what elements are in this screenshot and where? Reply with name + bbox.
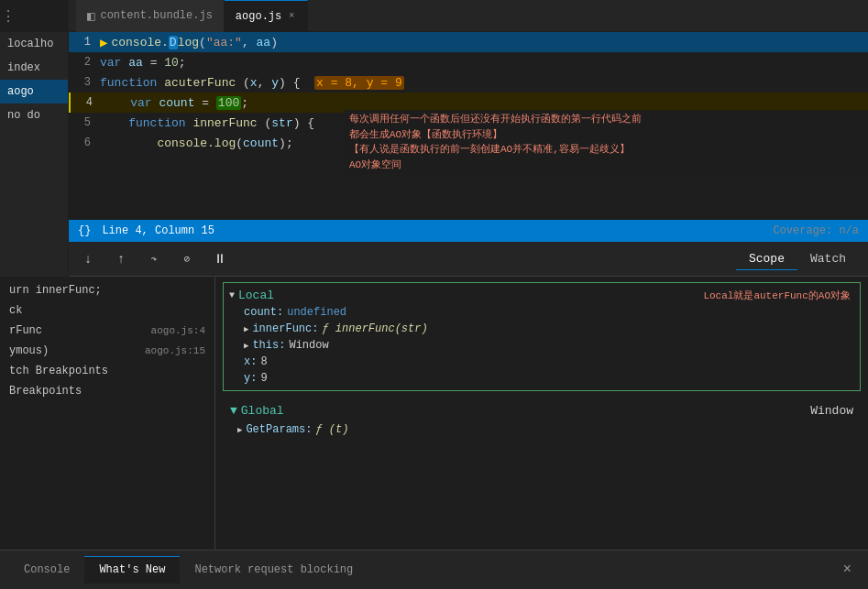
scope-local-title: Local: [238, 289, 274, 302]
bottom-tab-whats-new[interactable]: What's New: [84, 556, 180, 584]
scope-global-section: ▼ Global Window ▶ GetParams: ƒ (t): [215, 397, 868, 442]
file-icon: ◧: [87, 8, 94, 24]
line-content-1: console.Dlog("aa:", aa): [111, 36, 278, 49]
callstack-item-1[interactable]: ck: [0, 300, 214, 321]
close-button[interactable]: ×: [835, 558, 859, 582]
debug-tab-scope[interactable]: Scope: [736, 248, 797, 270]
scope-val-y: 9: [260, 372, 267, 385]
sidebar-item-localhost[interactable]: localho: [0, 32, 68, 56]
callstack-label-4: tch Breakpoints: [9, 365, 108, 377]
status-left: {} Line 4, Column 15: [78, 224, 214, 237]
line-number-1: 1: [72, 36, 100, 49]
debug-tabs: Scope Watch: [736, 248, 859, 270]
debug-btn-deactivate[interactable]: ⊘: [177, 249, 197, 269]
line-number-2: 2: [72, 56, 100, 69]
line-number-5: 5: [72, 116, 100, 129]
callstack-label-5: Breakpoints: [9, 385, 82, 398]
callstack-label-2: rFunc: [9, 324, 42, 337]
scope-key-count: count:: [244, 306, 283, 319]
code-line-3[interactable]: 3 function acuterFunc (x, y) { x = 8, y …: [69, 72, 868, 93]
debug-btn-up[interactable]: ↑: [111, 249, 131, 269]
tab-aogo[interactable]: aogo.js ×: [225, 0, 308, 32]
scope-key-getparams: GetParams:: [246, 423, 312, 436]
debug-btn-pause[interactable]: ⏸: [210, 249, 230, 269]
scope-val-this: Window: [289, 339, 328, 352]
status-bar: {} Line 4, Column 15 Coverage: n/a: [69, 220, 868, 242]
breakpoint-arrow: ▶: [100, 35, 107, 50]
tab-bar: ◧ content.bundle.js aogo.js ×: [69, 0, 868, 32]
callstack-item-5[interactable]: Breakpoints: [0, 381, 214, 401]
expand-icon-getparams: ▶: [237, 425, 242, 435]
line-number-4: 4: [74, 96, 102, 109]
line-content-2: var aa = 10;: [100, 56, 186, 70]
callstack-label-3: ymous): [9, 344, 49, 357]
scope-key-x: x:: [244, 355, 257, 368]
bottom-tab-console[interactable]: Console: [9, 556, 84, 584]
callstack-panel: urn innerFunc; ck rFunc aogo.js:4 ymous)…: [0, 277, 215, 550]
bottom-tab-network-blocking[interactable]: Network request blocking: [180, 556, 368, 584]
tab-close-aogo[interactable]: ×: [287, 9, 296, 23]
debug-tab-watch[interactable]: Watch: [797, 248, 859, 270]
annotation-line-2: 都会生成AO对象【函数执行环境】: [349, 127, 863, 143]
callstack-label-0: urn innerFunc;: [9, 284, 102, 297]
debug-btn-stepout[interactable]: ↷: [144, 249, 164, 269]
scope-entry-getparams[interactable]: ▶ GetParams: ƒ (t): [223, 421, 861, 438]
scope-entry-innerfunc[interactable]: ▶ innerFunc: ƒ innerFunc(str): [229, 321, 854, 337]
code-line-1[interactable]: 1 ▶ console.Dlog("aa:", aa): [69, 32, 868, 52]
tab-content-bundle[interactable]: ◧ content.bundle.js: [76, 0, 225, 32]
line-number-6: 6: [72, 136, 100, 149]
line-content-4: var count = 100;: [102, 96, 248, 110]
scope-local-annotation: Local就是auterFunc的AO对象: [703, 289, 851, 302]
line-content-6: console.log(count);: [100, 136, 293, 150]
scope-panel: ▼ Local Local就是auterFunc的AO对象 count: und…: [215, 277, 868, 550]
scope-global-value: Window: [810, 404, 853, 418]
vertical-dots[interactable]: ⋮: [0, 0, 16, 32]
debug-btn-down[interactable]: ↓: [78, 249, 98, 269]
code-editor: 1 ▶ console.Dlog("aa:", aa) 2 var aa = 1…: [69, 32, 868, 220]
sidebar-item-nodo[interactable]: no do: [0, 104, 68, 127]
scope-entry-this[interactable]: ▶ this: Window: [229, 337, 854, 354]
scope-local-section: ▼ Local Local就是auterFunc的AO对象 count: und…: [223, 282, 861, 391]
scope-global-header[interactable]: ▼ Global Window: [223, 400, 861, 421]
callstack-item-2[interactable]: rFunc aogo.js:4: [0, 321, 214, 341]
scope-key-innerfunc: innerFunc:: [252, 322, 318, 335]
debug-toolbar: ↓ ↑ ↷ ⊘ ⏸ Scope Watch: [69, 242, 868, 277]
line-number-3: 3: [72, 76, 100, 89]
line-content-3: function acuterFunc (x, y) { x = 8, y = …: [100, 76, 404, 90]
coverage-badge: Coverage: n/a: [773, 224, 859, 237]
triangle-global: ▼: [230, 404, 237, 418]
callstack-label-1: ck: [9, 304, 22, 317]
code-line-2[interactable]: 2 var aa = 10;: [69, 52, 868, 72]
triangle-local: ▼: [229, 290, 235, 300]
annotation-line-1: 每次调用任何一个函数后但还没有开始执行函数的第一行代码之前: [349, 112, 863, 127]
scope-val-count: undefined: [287, 306, 346, 319]
sidebar-item-aogo[interactable]: aogo: [0, 80, 68, 104]
scope-global-title: Global: [241, 404, 284, 418]
scope-entry-y: y: 9: [229, 370, 854, 387]
expand-icon-this: ▶: [244, 341, 248, 351]
annotation-line-4: AO对象空间: [349, 158, 863, 173]
callstack-file-2: aogo.js:4: [151, 325, 205, 336]
expand-icon-innerfunc: ▶: [244, 324, 248, 334]
tab-label-content: content.bundle.js: [100, 9, 212, 22]
scope-val-getparams: ƒ (t): [315, 423, 348, 436]
debug-main: urn innerFunc; ck rFunc aogo.js:4 ymous)…: [0, 277, 868, 550]
status-position: Line 4, Column 15: [102, 224, 214, 237]
scope-val-innerfunc: ƒ innerFunc(str): [322, 322, 427, 335]
annotation-overlay: 每次调用任何一个函数后但还没有开始执行函数的第一行代码之前 都会生成AO对象【函…: [344, 110, 868, 174]
scope-entry-x: x: 8: [229, 354, 854, 370]
annotation-line-3: 【有人说是函数执行的前一刻创建AO并不精准,容易一起歧义】: [349, 142, 863, 158]
status-braces: {}: [78, 224, 91, 237]
sidebar-item-index[interactable]: index: [0, 56, 68, 80]
callstack-file-3: aogo.js:15: [145, 345, 205, 356]
bottom-bar: Console What's New Network request block…: [0, 550, 868, 589]
scope-val-x: 8: [260, 355, 267, 368]
callstack-item-4[interactable]: tch Breakpoints: [0, 361, 214, 381]
scope-key-y: y:: [244, 372, 257, 385]
scope-entry-count: count: undefined: [229, 304, 854, 321]
scope-key-this: this:: [252, 339, 285, 352]
callstack-item-0[interactable]: urn innerFunc;: [0, 280, 214, 300]
line-content-5: function innerFunc (str) {: [100, 116, 314, 130]
tab-label-aogo: aogo.js: [236, 10, 281, 23]
callstack-item-3[interactable]: ymous) aogo.js:15: [0, 341, 214, 361]
